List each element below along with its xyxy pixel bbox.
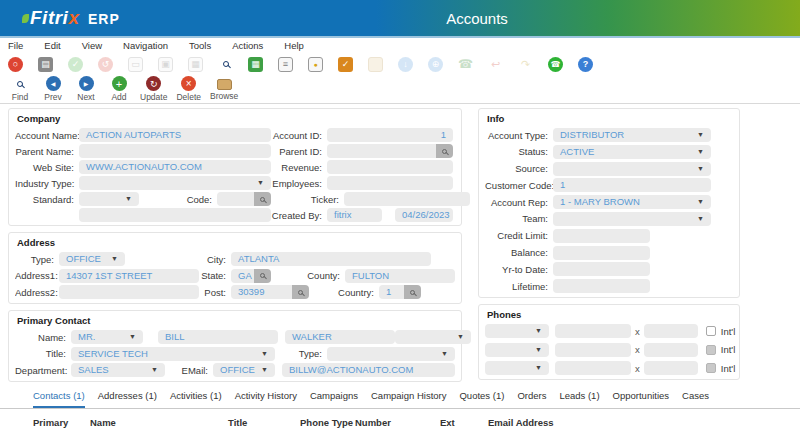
ticker-field[interactable] [344, 192, 470, 206]
exit-icon[interactable]: ○ [8, 57, 23, 72]
team-select[interactable]: ▼ [553, 212, 711, 226]
intl-label: Int'l [721, 363, 736, 374]
city-field[interactable]: ATLANTA [231, 252, 431, 266]
zoom-icon[interactable] [218, 57, 233, 72]
department-select[interactable]: SALES▼ [71, 363, 165, 377]
address-type-select[interactable]: OFFICE▼ [59, 252, 125, 266]
source-select[interactable]: ▼ [553, 162, 711, 176]
info-title: Info [487, 113, 733, 124]
import-icon: ↓ [398, 57, 413, 72]
plus-icon: + [112, 76, 127, 91]
state-lookup-button[interactable] [254, 269, 271, 283]
contact-title-select[interactable]: SERVICE TECH▼ [71, 347, 275, 361]
menu-edit[interactable]: Edit [44, 40, 60, 51]
tab-opportunities[interactable]: Opportunities [613, 390, 670, 408]
tab-campaigns[interactable]: Campaigns [310, 390, 358, 408]
calendar-icon[interactable]: ▦ [248, 57, 263, 72]
prev-button[interactable]: ◀ Prev [41, 76, 65, 102]
phone-ext-field[interactable] [644, 361, 698, 375]
account-name-field[interactable]: ACTION AUTOPARTS [79, 128, 271, 142]
print-icon[interactable]: ▤ [38, 57, 53, 72]
tab-activities[interactable]: Activities (1) [170, 390, 222, 408]
tab-campaign-history[interactable]: Campaign History [371, 390, 447, 408]
attachment-icon[interactable]: ● [308, 57, 323, 72]
tasks-icon[interactable]: ✓ [338, 57, 353, 72]
tab-cases[interactable]: Cases [682, 390, 709, 408]
phone-ext-field[interactable] [644, 324, 698, 338]
account-rep-select[interactable]: 1 - MARY BROWN▼ [553, 195, 711, 209]
detail-tabs: Contacts (1) Addresses (1) Activities (1… [0, 385, 800, 409]
phone-number-field[interactable] [555, 343, 631, 357]
find-button[interactable]: Find [8, 76, 32, 102]
code-field[interactable] [217, 192, 254, 206]
lookup-magnifier-icon [298, 290, 303, 295]
menu-tools[interactable]: Tools [189, 40, 211, 51]
email-field[interactable]: BILLW@ACTIONAUTO.COM [282, 363, 455, 377]
phone-type-select[interactable]: ▼ [485, 343, 549, 357]
notes-icon[interactable]: ≡ [278, 57, 293, 72]
balance-field [553, 246, 650, 260]
contact-type-select[interactable]: ▼ [327, 347, 455, 361]
tab-quotes[interactable]: Quotes (1) [459, 390, 504, 408]
post-field[interactable]: 30399 [231, 285, 292, 299]
code-lookup-button[interactable] [254, 192, 271, 206]
industry-type-select[interactable]: ▼ [79, 176, 271, 190]
first-name-field[interactable]: BILL [158, 330, 278, 344]
last-name-field[interactable]: WALKER [285, 330, 395, 344]
intl-checkbox[interactable] [706, 326, 716, 336]
lifetime-field [553, 279, 650, 293]
tab-leads[interactable]: Leads (1) [559, 390, 599, 408]
web-site-label: Web Site: [15, 162, 79, 173]
status-select[interactable]: ACTIVE▼ [553, 145, 711, 159]
web-site-field[interactable]: WWW.ACTIONAUTO.COM [79, 160, 271, 174]
revenue-field[interactable] [327, 160, 453, 174]
state-field[interactable]: GA [231, 269, 254, 283]
suffix-select[interactable]: ▼ [395, 330, 471, 344]
ext-separator: x [635, 344, 640, 355]
chevron-down-icon: ▼ [257, 176, 264, 190]
account-type-select[interactable]: DISTRIBUTOR▼ [553, 128, 711, 142]
phone-type-select[interactable]: ▼ [485, 361, 549, 375]
employees-field[interactable] [327, 176, 453, 190]
salutation-select[interactable]: MR.▼ [71, 330, 143, 344]
menu-navigation[interactable]: Navigation [123, 40, 168, 51]
update-button[interactable]: ↻ Update [140, 76, 167, 102]
next-button[interactable]: ▶ Next [74, 76, 98, 102]
phones-panel: Phones ▼ x Int'l ▼ x Int'l ▼ x [478, 304, 740, 380]
extra-field[interactable] [79, 208, 271, 222]
email-type-select[interactable]: OFFICE▼ [213, 363, 275, 377]
refresh-icon: ↻ [146, 76, 161, 91]
tab-orders[interactable]: Orders [517, 390, 546, 408]
menu-actions[interactable]: Actions [232, 40, 263, 51]
parent-id-lookup-button[interactable] [436, 144, 453, 158]
add-button[interactable]: + Add [107, 76, 131, 102]
county-field[interactable]: FULTON [345, 269, 455, 283]
delete-button[interactable]: × Delete [176, 76, 201, 102]
standard-select[interactable]: ▼ [79, 192, 139, 206]
menu-view[interactable]: View [82, 40, 102, 51]
chat-icon[interactable]: ☎ [548, 57, 563, 72]
menu-help[interactable]: Help [284, 40, 304, 51]
phone-ext-field[interactable] [644, 343, 698, 357]
intl-label: Int'l [721, 326, 736, 337]
account-id-label: Account ID: [271, 130, 327, 141]
help-icon[interactable]: ? [578, 57, 593, 72]
tab-addresses[interactable]: Addresses (1) [98, 390, 157, 408]
parent-id-field[interactable] [327, 144, 436, 158]
account-id-field[interactable]: 1 [327, 128, 453, 142]
address1-field[interactable]: 14307 1ST STREET [59, 269, 199, 283]
country-field[interactable]: 1 [379, 285, 404, 299]
phone-type-select[interactable]: ▼ [485, 324, 549, 338]
browse-button[interactable]: Browse [210, 76, 238, 101]
customer-code-field[interactable]: 1 [553, 178, 711, 192]
tab-contacts[interactable]: Contacts (1) [33, 390, 85, 408]
phone-number-field[interactable] [555, 324, 631, 338]
address2-field[interactable] [59, 285, 199, 299]
parent-name-field[interactable] [79, 144, 271, 158]
post-lookup-button[interactable] [292, 285, 309, 299]
tab-activity-history[interactable]: Activity History [235, 390, 297, 408]
menu-file[interactable]: File [8, 40, 23, 51]
phone-number-field[interactable] [555, 361, 631, 375]
country-lookup-button[interactable] [404, 285, 421, 299]
credit-limit-field[interactable] [553, 229, 650, 243]
